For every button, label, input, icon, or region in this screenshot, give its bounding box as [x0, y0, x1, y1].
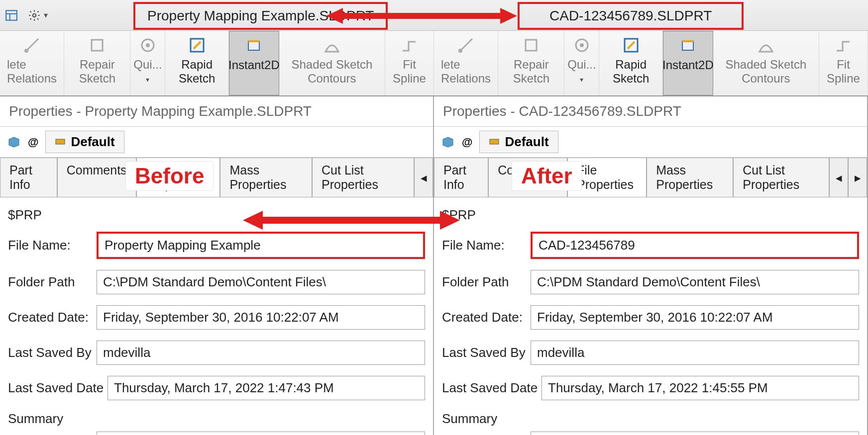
ribbon-delete-relations[interactable]: lete Relations — [0, 31, 64, 95]
svg-rect-19 — [490, 139, 499, 144]
input-folder[interactable]: C:\PDM Standard Demo\Content Files\ — [97, 270, 425, 294]
ribbon-label: Repair Sketch — [505, 58, 557, 86]
properties-pane-right: Properties - CAD-123456789.SLDPRT @ Defa… — [434, 96, 868, 435]
ribbon-label: Repair Sketch — [71, 58, 123, 86]
shaded-contours-icon — [323, 36, 341, 55]
ribbon-repair-sketch[interactable]: Repair Sketch — [498, 31, 564, 95]
tab-cutlist-properties[interactable]: Cut List Properties — [733, 158, 829, 197]
input-saved-by[interactable]: mdevilla — [97, 341, 425, 365]
tab-cutlist-properties[interactable]: Cut List Properties — [312, 158, 414, 197]
label-saved-by: Last Saved By — [8, 345, 97, 360]
properties-split: Properties - Property Mapping Example.SL… — [0, 96, 868, 435]
section-summary: Summary — [8, 411, 425, 427]
label-folder: Folder Path — [442, 274, 531, 290]
repair-sketch-icon — [88, 36, 107, 55]
ribbon-shaded-contours[interactable]: Shaded Sketch Contours — [279, 31, 385, 95]
svg-rect-0 — [6, 10, 17, 20]
ribbon-repair-sketch[interactable]: Repair Sketch — [64, 31, 130, 95]
ribbon-rapid-sketch[interactable]: Rapid Sketch — [599, 31, 663, 95]
ribbon-shaded-contours[interactable]: Shaded Sketch Contours — [713, 31, 819, 95]
input-saved-date[interactable]: Thursday, March 17, 2022 1:45:55 PM — [542, 376, 859, 400]
config-name: Default — [71, 134, 114, 150]
ribbon-label: lete Relations — [7, 58, 57, 86]
section-prp: $PRP — [8, 207, 425, 223]
ribbon-quick[interactable]: Qui... — [564, 31, 599, 95]
label-created: Created Date: — [442, 310, 531, 325]
instant2d-icon — [678, 36, 697, 55]
input-created[interactable]: Friday, September 30, 2016 10:22:07 AM — [531, 305, 859, 330]
tab-mass-properties[interactable]: Mass Properties — [220, 158, 312, 197]
label-filename: File Name: — [442, 238, 531, 253]
tab-mass-properties[interactable]: Mass Properties — [647, 158, 733, 197]
svg-rect-18 — [56, 139, 65, 144]
rapid-sketch-icon — [188, 36, 207, 55]
properties-pane-left: Properties - Property Mapping Example.SL… — [0, 96, 434, 435]
label-created: Created Date: — [8, 310, 97, 325]
input-saved-date[interactable]: Thursday, March 17, 2022 1:47:43 PM — [108, 376, 425, 400]
config-icon — [489, 134, 500, 150]
input-author[interactable]: Miguel de Villa — [97, 432, 425, 435]
part-icon — [7, 135, 21, 149]
instant2d-icon — [244, 36, 263, 55]
section-summary: Summary — [442, 411, 859, 427]
panel-layout-icon[interactable] — [0, 7, 23, 24]
ribbon-instant2d[interactable]: Instant2D — [229, 31, 279, 95]
ribbon-right: lete Relations Repair Sketch Qui... Rapi… — [434, 31, 868, 95]
ribbon-quick[interactable]: Qui... — [130, 31, 165, 95]
input-filename[interactable]: CAD-123456789 — [531, 232, 859, 259]
ribbon-fit-spline[interactable]: Fit Spline — [819, 31, 868, 95]
svg-rect-10 — [248, 41, 259, 50]
tab-scroll-left[interactable]: ◂ — [414, 158, 433, 197]
ribbon-fit-spline[interactable]: Fit Spline — [385, 31, 434, 95]
ribbon-label: Qui... — [567, 58, 596, 72]
input-created[interactable]: Friday, September 30, 2016 10:22:07 AM — [97, 305, 425, 330]
gear-icon[interactable]: ▾ — [23, 7, 53, 24]
ribbon-toolbar: lete Relations Repair Sketch Qui... Rapi… — [0, 31, 868, 96]
properties-tabs: Part Info Comments File Properties Mass … — [434, 158, 867, 197]
ribbon-label: Rapid Sketch — [172, 58, 221, 86]
pane-title: Properties - Property Mapping Example.SL… — [0, 96, 433, 127]
ribbon-rapid-sketch[interactable]: Rapid Sketch — [165, 31, 229, 95]
quick-icon — [138, 36, 157, 55]
ribbon-label: lete Relations — [441, 58, 491, 86]
document-title-right: CAD-123456789.SLDPRT — [518, 2, 744, 30]
tab-scroll-right[interactable]: ▸ — [848, 158, 867, 197]
annotation-after: After — [512, 161, 582, 191]
shaded-contours-icon — [757, 36, 775, 55]
fit-spline-icon — [834, 36, 853, 55]
config-default[interactable]: Default — [479, 131, 558, 153]
ribbon-label: Shaded Sketch Contours — [286, 58, 378, 86]
ribbon-label: Fit Spline — [392, 58, 427, 86]
section-prp: $PRP — [442, 207, 859, 223]
config-default[interactable]: Default — [45, 131, 124, 153]
label-saved-date: Last Saved Date — [442, 380, 542, 396]
document-title-left: Property Mapping Example.SLDPRT — [133, 2, 388, 30]
fit-spline-icon — [400, 36, 419, 55]
rapid-sketch-icon — [622, 36, 641, 55]
input-author[interactable]: Miguel de Villa — [531, 432, 859, 435]
svg-point-8 — [146, 43, 150, 47]
label-filename: File Name: — [8, 238, 97, 253]
ribbon-label: Rapid Sketch — [606, 58, 655, 86]
pane-title: Properties - CAD-123456789.SLDPRT — [434, 96, 867, 127]
document-title-left-text: Property Mapping Example.SLDPRT — [147, 8, 374, 23]
input-folder[interactable]: C:\PDM Standard Demo\Content Files\ — [531, 270, 859, 294]
titlebar: ▾ Property Mapping Example.SLDPRT CAD-12… — [0, 0, 868, 31]
svg-point-5 — [24, 49, 28, 53]
tab-comments[interactable]: Comments — [57, 158, 136, 197]
tab-part-info[interactable]: Part Info — [434, 158, 488, 197]
tab-scroll-left[interactable]: ◂ — [829, 158, 848, 197]
ribbon-delete-relations[interactable]: lete Relations — [434, 31, 498, 95]
input-filename[interactable]: Property Mapping Example — [97, 232, 425, 259]
svg-rect-17 — [682, 41, 693, 50]
ribbon-label: Fit Spline — [826, 58, 861, 86]
tab-part-info[interactable]: Part Info — [0, 158, 57, 197]
ribbon-instant2d[interactable]: Instant2D — [663, 31, 713, 95]
at-symbol: @ — [28, 136, 38, 149]
svg-point-3 — [33, 13, 36, 17]
delete-relations-icon — [456, 36, 475, 55]
properties-tabs: Part Info Comments File Properties Mass … — [0, 158, 433, 197]
ribbon-label: Qui... — [133, 58, 162, 72]
input-saved-by[interactable]: mdevilla — [531, 341, 859, 365]
repair-sketch-icon — [522, 36, 541, 55]
